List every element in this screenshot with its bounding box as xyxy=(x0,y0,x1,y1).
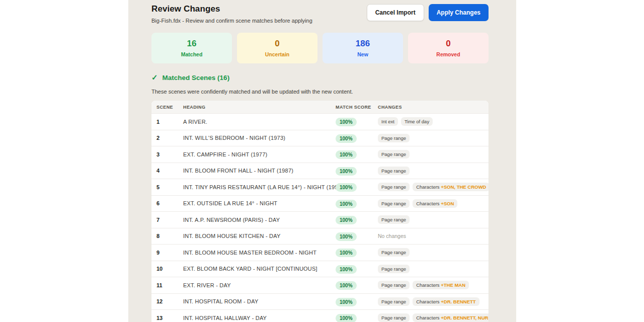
scene-number: 11 xyxy=(156,282,183,288)
removed-count: 0 xyxy=(446,39,450,49)
change-badge: Page range xyxy=(378,167,410,175)
added-characters: +SON, THE CROWD xyxy=(441,184,486,190)
column-header-changes: CHANGES xyxy=(378,105,489,110)
change-badge: Page range xyxy=(378,248,410,257)
scene-heading: INT. A.P. NEWSROOM (PARIS) - DAY xyxy=(183,217,336,223)
change-badge: Page range xyxy=(378,134,410,142)
changes-cell: Page rangeCharacters +DR. BENNETT xyxy=(378,297,489,306)
match-score-badge: 100% xyxy=(336,298,357,306)
table-row: 7INT. A.P. NEWSROOM (PARIS) - DAY100%Pag… xyxy=(151,211,489,228)
scene-number: 2 xyxy=(156,135,183,141)
change-badge: Characters +SON, THE CROWD xyxy=(413,183,489,191)
scene-number: 12 xyxy=(156,298,183,304)
scene-heading: INT. WILL'S BEDROOM - NIGHT (1973) xyxy=(183,135,336,141)
checkmark-icon: ✓ xyxy=(151,73,158,82)
table-header-row: SCENE HEADING MATCH SCORE CHANGES xyxy=(151,101,489,113)
matched-scenes-title: Matched Scenes (16) xyxy=(163,74,230,82)
match-score-badge: 100% xyxy=(336,281,357,290)
match-score-cell: 100% xyxy=(336,231,378,241)
table-row: 5INT. TINY PARIS RESTAURANT (LA RUE 14°)… xyxy=(151,179,489,195)
changes-cell: No changes xyxy=(378,233,489,239)
change-badge: Page range xyxy=(378,150,410,158)
match-score-cell: 100% xyxy=(336,149,378,159)
change-badge: Page range xyxy=(378,297,410,306)
changes-cell: Page range xyxy=(378,150,489,158)
match-score-badge: 100% xyxy=(336,265,357,274)
scene-heading: EXT. BLOOM BACK YARD - NIGHT [CONTINUOUS… xyxy=(183,266,336,272)
changes-cell: Int extTime of day xyxy=(378,117,489,126)
removed-count-card: 0 Removed xyxy=(408,33,489,63)
change-badge: Page range xyxy=(378,281,410,289)
change-badge: Int ext xyxy=(378,117,398,126)
changes-cell: Page range xyxy=(378,167,489,175)
apply-changes-button[interactable]: Apply Changes xyxy=(429,4,489,21)
match-score-badge: 100% xyxy=(336,118,357,126)
change-badge: Page range xyxy=(378,199,410,208)
matched-scenes-description: These scenes were confidently matched an… xyxy=(151,89,489,95)
uncertain-label: Uncertain xyxy=(265,51,289,57)
summary-cards: 16 Matched 0 Uncertain 186 New 0 Removed xyxy=(151,33,489,63)
new-count: 186 xyxy=(356,39,370,49)
match-score-badge: 100% xyxy=(336,167,357,176)
column-header-heading: HEADING xyxy=(183,105,336,110)
match-score-badge: 100% xyxy=(336,249,357,257)
changes-cell: Page rangeCharacters +SON xyxy=(378,199,489,208)
review-changes-panel: Review Changes Big-Fish.fdx - Review and… xyxy=(128,0,516,322)
added-characters: +THE MAN xyxy=(441,282,465,288)
scene-heading: EXT. OUTSIDE LA RUE 14° - NIGHT xyxy=(183,200,336,206)
change-badge: Characters +DR. BENNETT xyxy=(413,297,479,306)
match-score-badge: 100% xyxy=(336,200,357,208)
column-header-match-score: MATCH SCORE xyxy=(336,105,378,110)
match-score-badge: 100% xyxy=(336,150,357,159)
table-row: 1A RIVER.100%Int extTime of day xyxy=(151,113,489,130)
match-score-cell: 100% xyxy=(336,117,378,126)
page-title-block: Review Changes Big-Fish.fdx - Review and… xyxy=(151,4,312,24)
added-characters: +SON xyxy=(441,201,454,206)
added-characters: +DR. BENNETT, NURSE xyxy=(441,315,489,320)
added-characters: +DR. BENNETT xyxy=(441,299,475,304)
scene-heading: A RIVER. xyxy=(183,119,336,125)
uncertain-count-card: 0 Uncertain xyxy=(237,33,317,63)
removed-label: Removed xyxy=(436,51,460,57)
match-score-cell: 100% xyxy=(336,297,378,306)
changes-cell: Page range xyxy=(378,265,489,273)
scene-number: 9 xyxy=(156,250,183,256)
scene-number: 5 xyxy=(156,184,183,190)
table-body: 1A RIVER.100%Int extTime of day2INT. WIL… xyxy=(151,113,489,322)
change-badge: Time of day xyxy=(401,117,433,126)
changes-cell: Page rangeCharacters +DR. BENNETT, NURSE xyxy=(378,313,489,322)
table-row: 9INT. BLOOM HOUSE MASTER BEDROOM - NIGHT… xyxy=(151,244,489,261)
scene-heading: INT. BLOOM HOUSE MASTER BEDROOM - NIGHT xyxy=(183,250,336,256)
cancel-import-button[interactable]: Cancel Import xyxy=(367,4,424,21)
change-badge: Characters +DR. BENNETT, NURSE xyxy=(413,313,489,322)
scene-heading: INT. HOSPITAL HALLWAY - DAY xyxy=(183,315,336,321)
changes-cell: Page range xyxy=(378,215,489,224)
scene-number: 10 xyxy=(156,266,183,272)
match-score-badge: 100% xyxy=(336,314,357,322)
match-score-cell: 100% xyxy=(336,264,378,274)
table-row: 4INT. BLOOM FRONT HALL - NIGHT (1987)100… xyxy=(151,163,489,179)
scene-heading: EXT. RIVER - DAY xyxy=(183,282,336,288)
matched-scenes-section-header: ✓ Matched Scenes (16) xyxy=(151,73,489,82)
scene-number: 8 xyxy=(156,233,183,239)
new-label: New xyxy=(357,51,368,57)
matched-label: Matched xyxy=(181,51,203,57)
page-header: Review Changes Big-Fish.fdx - Review and… xyxy=(151,4,489,24)
match-score-cell: 100% xyxy=(336,215,378,224)
match-score-badge: 100% xyxy=(336,134,357,143)
no-changes-label: No changes xyxy=(378,233,406,239)
change-badge: Characters +THE MAN xyxy=(413,281,469,289)
scene-heading: INT. HOSPITAL ROOM - DAY xyxy=(183,298,336,304)
changes-cell: Page rangeCharacters +SON, THE CROWD xyxy=(378,183,489,191)
match-score-cell: 100% xyxy=(336,313,378,322)
scene-number: 3 xyxy=(156,151,183,157)
match-score-cell: 100% xyxy=(336,280,378,290)
changes-cell: Page rangeCharacters +THE MAN xyxy=(378,281,489,289)
match-score-cell: 100% xyxy=(336,166,378,176)
table-row: 3EXT. CAMPFIRE - NIGHT (1977)100%Page ra… xyxy=(151,146,489,163)
change-badge: Page range xyxy=(378,313,410,322)
scene-heading: INT. BLOOM HOUSE KITCHEN - DAY xyxy=(183,233,336,239)
table-row: 10EXT. BLOOM BACK YARD - NIGHT [CONTINUO… xyxy=(151,261,489,277)
table-row: 8INT. BLOOM HOUSE KITCHEN - DAY100%No ch… xyxy=(151,228,489,245)
scene-number: 6 xyxy=(156,200,183,206)
